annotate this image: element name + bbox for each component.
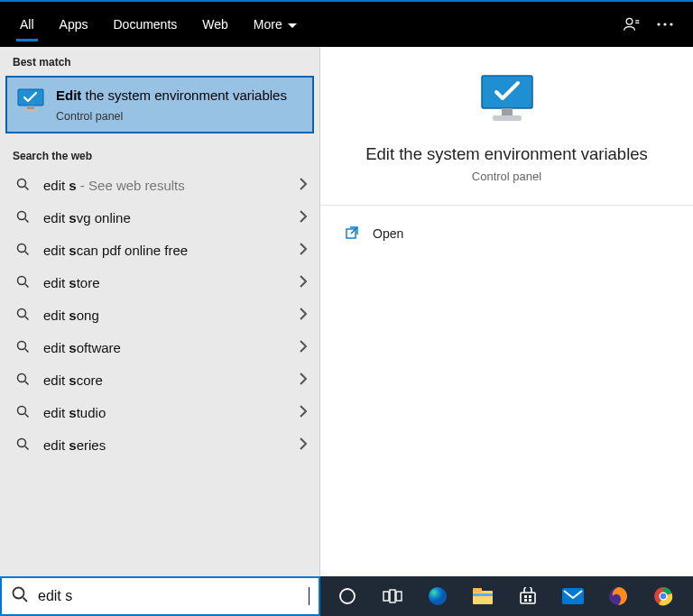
web-result[interactable]: edit software (0, 332, 319, 364)
svg-point-25 (429, 587, 447, 605)
svg-rect-31 (529, 595, 531, 598)
search-icon (14, 210, 31, 226)
taskbar-cortana[interactable] (328, 579, 367, 613)
web-result-text: edit scan pdf online free (43, 243, 300, 258)
web-result-text: edit score (43, 372, 300, 388)
svg-point-10 (17, 276, 25, 284)
search-input[interactable] (38, 588, 300, 604)
best-match-title: Edit the system environment variables (56, 87, 287, 105)
taskbar-mail[interactable] (553, 579, 593, 613)
web-result-text: edit series (43, 437, 300, 453)
chevron-right-icon[interactable] (300, 437, 307, 453)
chevron-right-icon[interactable] (300, 308, 307, 323)
open-action[interactable]: Open (338, 218, 675, 249)
svg-point-13 (17, 373, 25, 382)
svg-rect-5 (27, 106, 34, 109)
svg-point-14 (17, 406, 25, 414)
search-icon (14, 178, 31, 194)
svg-rect-22 (383, 592, 389, 601)
svg-point-1 (657, 23, 660, 25)
preview-subtitle: Control panel (472, 170, 541, 183)
svg-point-3 (670, 23, 672, 25)
svg-point-20 (14, 588, 24, 599)
preview-panel: Edit the system environment variables Co… (320, 47, 693, 576)
control-panel-icon (16, 87, 45, 115)
search-box[interactable] (0, 576, 320, 616)
taskbar-store[interactable] (508, 579, 548, 613)
search-icon (14, 372, 31, 389)
chevron-right-icon[interactable] (300, 405, 307, 420)
svg-rect-17 (502, 108, 513, 115)
tab-documents[interactable]: Documents (100, 2, 189, 47)
web-result-text: edit song (43, 308, 300, 323)
web-result[interactable]: edit score (0, 364, 319, 397)
chevron-right-icon[interactable] (300, 210, 307, 225)
chevron-down-icon (288, 17, 297, 32)
svg-point-12 (17, 341, 25, 349)
svg-rect-26 (473, 591, 493, 604)
taskbar-firefox[interactable] (598, 579, 638, 613)
web-result[interactable]: edit svg online (0, 202, 319, 234)
svg-point-0 (626, 18, 633, 24)
svg-rect-27 (473, 588, 482, 593)
web-result-text: edit svg online (43, 210, 300, 225)
svg-point-8 (17, 211, 25, 219)
taskbar-taskview[interactable] (373, 579, 412, 613)
web-result[interactable]: edit s - See web results (0, 170, 319, 202)
tab-web[interactable]: Web (189, 2, 241, 47)
svg-point-15 (17, 438, 25, 446)
web-result[interactable]: edit series (0, 429, 319, 462)
search-icon (11, 585, 29, 607)
chevron-right-icon[interactable] (300, 372, 307, 388)
options-icon[interactable] (657, 23, 673, 26)
web-result[interactable]: edit store (0, 267, 319, 299)
svg-rect-23 (390, 590, 395, 602)
open-label: Open (373, 226, 403, 241)
chevron-right-icon[interactable] (300, 178, 307, 193)
web-result-text: edit store (43, 275, 300, 290)
svg-rect-33 (529, 599, 531, 602)
chevron-right-icon[interactable] (300, 243, 307, 258)
search-web-heading: Search the web (0, 141, 319, 170)
svg-rect-34 (562, 588, 584, 604)
tab-more[interactable]: More (241, 2, 310, 47)
preview-icon (476, 72, 538, 128)
web-result[interactable]: edit song (0, 299, 319, 332)
svg-point-2 (663, 23, 666, 25)
results-panel: Best match Edit the system environment v… (0, 47, 320, 576)
svg-point-7 (17, 179, 25, 187)
svg-rect-6 (23, 109, 38, 112)
svg-point-38 (661, 593, 666, 599)
tab-all[interactable]: All (7, 2, 47, 47)
best-match-heading: Best match (0, 47, 319, 76)
taskbar-edge[interactable] (418, 579, 457, 613)
search-icon (14, 437, 31, 454)
svg-rect-24 (396, 592, 402, 601)
web-result-text: edit software (43, 340, 300, 355)
chevron-right-icon[interactable] (300, 275, 307, 290)
web-result-text: edit studio (43, 405, 300, 420)
taskbar-chrome[interactable] (643, 579, 683, 613)
search-icon (14, 308, 31, 324)
tab-apps[interactable]: Apps (47, 2, 101, 47)
svg-rect-28 (473, 593, 493, 596)
open-icon (344, 225, 360, 243)
search-icon (14, 243, 31, 259)
web-result-text: edit s - See web results (43, 178, 300, 193)
taskbar-app-t[interactable]: T (688, 579, 693, 613)
taskbar: T (320, 576, 693, 616)
svg-rect-18 (493, 115, 522, 121)
best-match-result[interactable]: Edit the system environment variables Co… (5, 76, 314, 133)
search-icon (14, 275, 31, 291)
svg-point-11 (17, 308, 25, 317)
feedback-icon[interactable] (623, 15, 641, 33)
taskbar-explorer[interactable] (463, 579, 503, 613)
search-icon (14, 405, 31, 421)
svg-point-9 (17, 244, 25, 252)
web-result[interactable]: edit studio (0, 397, 319, 429)
svg-rect-32 (524, 599, 527, 602)
text-caret (309, 587, 310, 605)
web-result[interactable]: edit scan pdf online free (0, 234, 319, 267)
search-filter-tabs: All Apps Documents Web More (0, 2, 693, 47)
chevron-right-icon[interactable] (300, 340, 307, 355)
